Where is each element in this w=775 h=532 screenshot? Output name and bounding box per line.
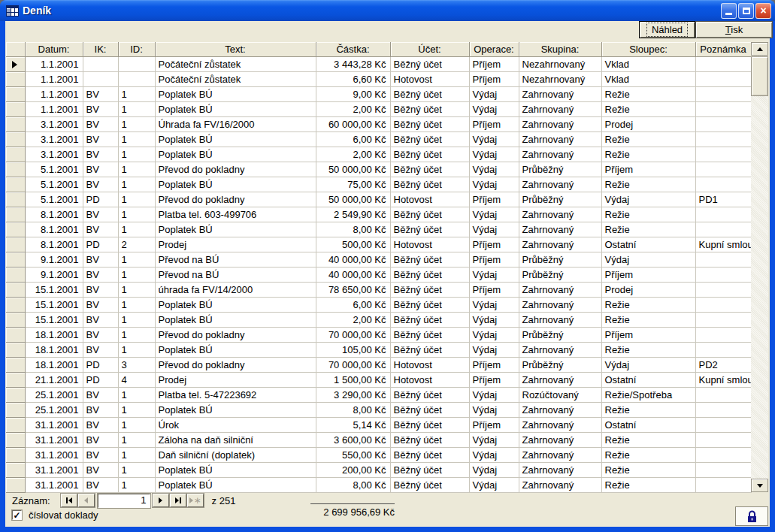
cell-sloupec[interactable]: Ostatní <box>601 417 695 432</box>
cell-ucet[interactable]: Běžný účet <box>390 222 469 237</box>
cell-ik[interactable]: BV <box>83 327 118 342</box>
scroll-down-button[interactable] <box>751 479 768 492</box>
cell-sloupec[interactable]: Režie <box>601 312 695 327</box>
record-selector[interactable] <box>6 116 25 131</box>
cell-poznamka[interactable] <box>695 477 751 492</box>
cell-text[interactable]: Poplatek BÚ <box>155 131 316 147</box>
cell-sloupec[interactable]: Režie <box>601 477 695 492</box>
cell-text[interactable]: Poplatek BÚ <box>155 462 316 477</box>
cell-ucet[interactable]: Běžný účet <box>390 327 469 342</box>
cell-datum[interactable]: 1.1.2001 <box>25 101 83 116</box>
column-header-text[interactable]: Text: <box>155 42 316 56</box>
cell-skupina[interactable]: Zahrnovaný <box>519 402 601 417</box>
cell-operace[interactable]: Výdaj <box>469 387 519 402</box>
cell-ucet[interactable]: Hotovost <box>390 192 469 207</box>
cell-ucet[interactable]: Běžný účet <box>390 282 469 297</box>
column-header-ucet[interactable]: Účet: <box>390 42 469 56</box>
cell-operace[interactable]: Výdaj <box>469 162 519 177</box>
cell-skupina[interactable]: Zahrnovaný <box>519 147 601 162</box>
cell-ucet[interactable]: Běžný účet <box>390 207 469 222</box>
cell-sloupec[interactable]: Režie <box>601 432 695 447</box>
cell-text[interactable]: Převod do pokladny <box>155 357 316 372</box>
cell-operace[interactable]: Výdaj <box>469 267 519 282</box>
cell-castka[interactable]: 6,00 Kč <box>316 297 390 312</box>
column-header-id[interactable]: ID: <box>118 42 155 56</box>
cell-text[interactable]: Převod na BÚ <box>155 267 316 282</box>
cell-ucet[interactable]: Běžný účet <box>390 147 469 162</box>
cell-operace[interactable]: Výdaj <box>469 147 519 162</box>
cell-operace[interactable]: Příjem <box>469 192 519 207</box>
cell-id[interactable]: 1 <box>118 86 155 101</box>
cell-castka[interactable]: 500,00 Kč <box>316 237 390 252</box>
close-button[interactable]: × <box>755 3 771 19</box>
cell-text[interactable]: Prodej <box>155 372 316 387</box>
cell-sloupec[interactable]: Režie <box>601 131 695 147</box>
cell-datum[interactable]: 31.1.2001 <box>25 432 83 447</box>
cell-skupina[interactable]: Zahrnovaný <box>519 432 601 447</box>
cell-id[interactable]: 3 <box>118 357 155 372</box>
cell-text[interactable]: Daň silniční (doplatek) <box>155 447 316 462</box>
cell-datum[interactable]: 8.1.2001 <box>25 237 83 252</box>
cell-ik[interactable]: BV <box>83 477 118 492</box>
record-selector[interactable] <box>6 222 25 237</box>
cell-ik[interactable]: PD <box>83 357 118 372</box>
cell-poznamka[interactable] <box>695 131 751 147</box>
cell-text[interactable]: Poplatek BÚ <box>155 312 316 327</box>
cell-poznamka[interactable] <box>695 342 751 357</box>
cell-ik[interactable]: BV <box>83 462 118 477</box>
cell-ucet[interactable]: Běžný účet <box>390 131 469 147</box>
cell-text[interactable]: Poplatek BÚ <box>155 297 316 312</box>
cell-id[interactable]: 1 <box>118 447 155 462</box>
cell-skupina[interactable]: Zahrnovaný <box>519 131 601 147</box>
print-button[interactable]: Tisk <box>695 21 773 38</box>
previous-record-button[interactable] <box>78 494 95 507</box>
title-bar[interactable]: Deník × <box>0 0 775 21</box>
cell-id[interactable]: 1 <box>118 282 155 297</box>
cell-poznamka[interactable] <box>695 71 751 86</box>
cell-operace[interactable]: Výdaj <box>469 131 519 147</box>
cell-castka[interactable]: 40 000,00 Kč <box>316 252 390 267</box>
cell-poznamka[interactable]: Kupní smlou <box>695 372 751 387</box>
cell-text[interactable]: úhrada fa FV/14/2000 <box>155 282 316 297</box>
scrollbar-thumb[interactable] <box>751 56 768 96</box>
cell-operace[interactable]: Výdaj <box>469 477 519 492</box>
record-selector[interactable] <box>6 462 25 477</box>
last-record-button[interactable] <box>170 494 186 507</box>
cell-ik[interactable]: BV <box>83 417 118 432</box>
first-record-button[interactable] <box>61 494 77 507</box>
cell-sloupec[interactable]: Vklad <box>601 71 695 86</box>
cell-text[interactable]: Platba tel. 603-499706 <box>155 207 316 222</box>
cell-text[interactable]: Úrok <box>155 417 316 432</box>
cell-datum[interactable]: 5.1.2001 <box>25 177 83 192</box>
cell-castka[interactable]: 6,00 Kč <box>316 131 390 147</box>
minimize-button[interactable] <box>721 3 737 19</box>
cell-poznamka[interactable] <box>695 86 751 101</box>
cell-castka[interactable]: 3 443,28 Kč <box>316 56 390 71</box>
cell-operace[interactable]: Výdaj <box>469 101 519 116</box>
record-selector[interactable] <box>6 162 25 177</box>
cell-skupina[interactable]: Zahrnovaný <box>519 222 601 237</box>
cell-ucet[interactable]: Běžný účet <box>390 101 469 116</box>
record-selector[interactable] <box>6 297 25 312</box>
cell-ucet[interactable]: Běžný účet <box>390 252 469 267</box>
cell-text[interactable]: Poplatek BÚ <box>155 402 316 417</box>
cell-datum[interactable]: 1.1.2001 <box>25 86 83 101</box>
record-selector[interactable] <box>6 192 25 207</box>
cell-sloupec[interactable]: Prodej <box>601 116 695 131</box>
cell-castka[interactable]: 8,00 Kč <box>316 477 390 492</box>
cell-skupina[interactable]: Zahrnovaný <box>519 282 601 297</box>
cell-text[interactable]: Poplatek BÚ <box>155 477 316 492</box>
cell-id[interactable]: 1 <box>118 387 155 402</box>
cell-poznamka[interactable] <box>695 462 751 477</box>
cell-operace[interactable]: Příjem <box>469 372 519 387</box>
cell-ucet[interactable]: Hotovost <box>390 357 469 372</box>
record-selector[interactable] <box>6 477 25 492</box>
cell-id[interactable]: 1 <box>118 147 155 162</box>
cell-castka[interactable]: 3 290,00 Kč <box>316 387 390 402</box>
cell-id[interactable]: 1 <box>118 222 155 237</box>
cell-operace[interactable]: Příjem <box>469 417 519 432</box>
cell-ik[interactable]: PD <box>83 372 118 387</box>
cell-id[interactable]: 1 <box>118 312 155 327</box>
cell-text[interactable]: Záloha na daň silniční <box>155 432 316 447</box>
cell-poznamka[interactable] <box>695 447 751 462</box>
